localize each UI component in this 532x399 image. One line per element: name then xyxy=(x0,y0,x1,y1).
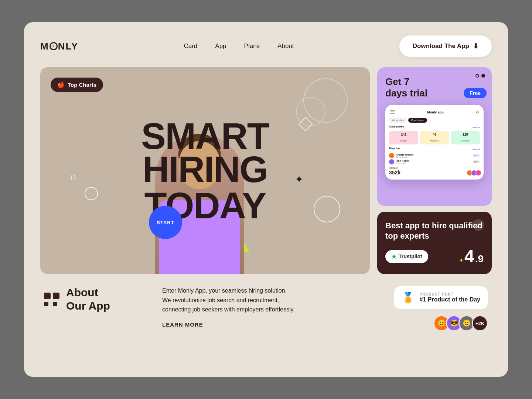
phone-mockup: ☰ Monly app ⚙ Vacancies Candidates Categ… xyxy=(385,105,484,180)
phone-section-header-categories: Categories View all xyxy=(389,125,480,130)
trial-card: Get 7 days trial Free ☰ Monly app ⚙ Vaca… xyxy=(377,67,492,206)
nav-about[interactable]: About xyxy=(277,42,294,50)
dot-filled xyxy=(481,74,485,78)
about-icon-dot-1 xyxy=(44,293,51,299)
right-column: Get 7 days trial Free ☰ Monly app ⚙ Vaca… xyxy=(377,67,492,274)
circle-outline-small xyxy=(85,187,98,200)
phone-categories: 242 Design 46 Medicine 125 Logistics xyxy=(389,131,480,144)
trophy-icon: 🏅 xyxy=(402,291,415,304)
about-section: About Our App Enter Monly App, your seam… xyxy=(40,286,492,331)
about-grid-icon xyxy=(44,293,60,306)
download-icon: ⬇ xyxy=(473,42,478,50)
phone-person-info-2: Finn Foste Descartes xyxy=(396,160,471,164)
phone-hired-section: HIRED 352k xyxy=(389,167,480,176)
logo: M NLY xyxy=(40,41,78,52)
rating-display: ✦ 4 .9 xyxy=(459,248,484,265)
arrow-link-icon[interactable]: ↗ xyxy=(473,219,484,231)
nav-card[interactable]: Card xyxy=(184,42,197,50)
user-count-badge: +2K xyxy=(472,315,488,331)
best-app-title: Best app to hire qualified top experts xyxy=(385,221,484,241)
logo-text-nly: NLY xyxy=(58,41,79,52)
nav-plans[interactable]: Plans xyxy=(244,42,260,50)
start-button[interactable]: START xyxy=(149,206,182,239)
page-wrapper: M NLY Card App Plans About Download The … xyxy=(24,22,508,377)
trustpilot-badge: ★ Trustpilot xyxy=(385,250,428,263)
about-icon-dot-4 xyxy=(53,302,57,306)
phone-view-all-link[interactable]: View all xyxy=(472,126,480,129)
header: M NLY Card App Plans About Download The … xyxy=(40,35,492,57)
trial-dots xyxy=(475,74,485,78)
hero-text-smart: SMART xyxy=(40,119,370,153)
phone-view-all-popular[interactable]: View all xyxy=(472,148,480,150)
phone-avatar-2 xyxy=(389,159,394,164)
phone-tabs: Vacancies Candidates xyxy=(389,118,480,123)
apple-icon: 🍎 xyxy=(57,81,65,88)
phone-gear-icon: ⚙ xyxy=(476,110,479,114)
phone-tab-vacancies[interactable]: Vacancies xyxy=(389,118,407,123)
logo-circle-icon xyxy=(50,42,58,50)
phone-section-header-popular: Popular View all xyxy=(389,147,480,151)
phone-top-bar: ☰ Monly app ⚙ xyxy=(389,109,480,116)
product-hunt-label: PRODUCT HUNT xyxy=(420,292,480,296)
user-avatars-group: 😊 😎 🙂 +2K xyxy=(433,315,488,331)
phone-hired-avatars xyxy=(467,170,480,176)
sparkle-icon: ✦ xyxy=(295,173,303,185)
phone-popular-item-1: Angela Wilson Samplepos TOP xyxy=(389,153,480,158)
nav-app[interactable]: App xyxy=(215,42,226,50)
trustpilot-label: Trustpilot xyxy=(399,253,422,259)
about-left: About Our App xyxy=(44,286,147,313)
circle-outline-large xyxy=(314,196,340,222)
phone-tab-candidates[interactable]: Candidates xyxy=(408,118,427,123)
main-nav: Card App Plans About xyxy=(184,42,294,50)
best-app-footer: ★ Trustpilot ✦ 4 .9 xyxy=(385,248,484,265)
dot-outline xyxy=(475,74,479,78)
free-badge: Free xyxy=(464,88,487,98)
best-app-card: ↗ Best app to hire qualified top experts… xyxy=(377,212,492,274)
phone-cat-medicine: 46 Medicine xyxy=(420,131,449,144)
hero-section: 🍎 Top Charts SMART HIRING TODAY xyxy=(40,67,370,274)
about-right: 🏅 PRODUCT HUNT #1 Product of the Day 😊 😎… xyxy=(394,286,488,331)
download-app-button[interactable]: Download The App ⬇ xyxy=(399,35,492,57)
phone-avatar-1 xyxy=(389,153,394,158)
phone-app-name: Monly app xyxy=(427,110,444,114)
about-description-block: Enter Monly App, your seamless hiring so… xyxy=(147,286,310,329)
about-description-text: Enter Monly App, your seamless hiring so… xyxy=(162,286,295,314)
main-content: 🍎 Top Charts SMART HIRING TODAY xyxy=(40,67,492,274)
phone-cat-design: 242 Design xyxy=(389,131,418,144)
trustpilot-star-icon: ★ xyxy=(391,253,396,260)
about-title: About Our App xyxy=(66,286,110,313)
phone-cat-logistics: 125 Logistics xyxy=(451,131,480,144)
logo-text-m: M xyxy=(40,41,49,52)
top-charts-label: Top Charts xyxy=(68,82,96,88)
phone-categories-title: Categories xyxy=(389,125,404,128)
phone-menu-icon: ☰ xyxy=(390,109,395,116)
top-charts-badge: 🍎 Top Charts xyxy=(51,78,103,92)
phone-person-info-1: Angela Wilson Samplepos xyxy=(396,153,471,158)
download-btn-label: Download The App xyxy=(413,42,469,50)
learn-more-link[interactable]: LEARN MORE xyxy=(162,320,295,329)
rating-star-icon: ✦ xyxy=(459,257,464,264)
phone-popular-item-2: Finn Foste Descartes TOP xyxy=(389,159,480,164)
product-hunt-card: 🏅 PRODUCT HUNT #1 Product of the Day xyxy=(394,286,488,309)
rating-number: 4 xyxy=(464,248,474,265)
about-icon-dot-2 xyxy=(53,293,59,299)
about-icon-dot-3 xyxy=(44,302,48,306)
product-hunt-info: PRODUCT HUNT #1 Product of the Day xyxy=(420,292,480,303)
phone-hired-avatar-3 xyxy=(475,170,481,176)
product-hunt-title: #1 Product of the Day xyxy=(420,296,480,303)
zigzag-decoration: ⌇⌇ xyxy=(70,174,76,182)
phone-popular-title: Popular xyxy=(389,147,400,150)
rating-decimal: .9 xyxy=(475,253,484,265)
hero-text-hiring: HIRING xyxy=(40,153,370,186)
